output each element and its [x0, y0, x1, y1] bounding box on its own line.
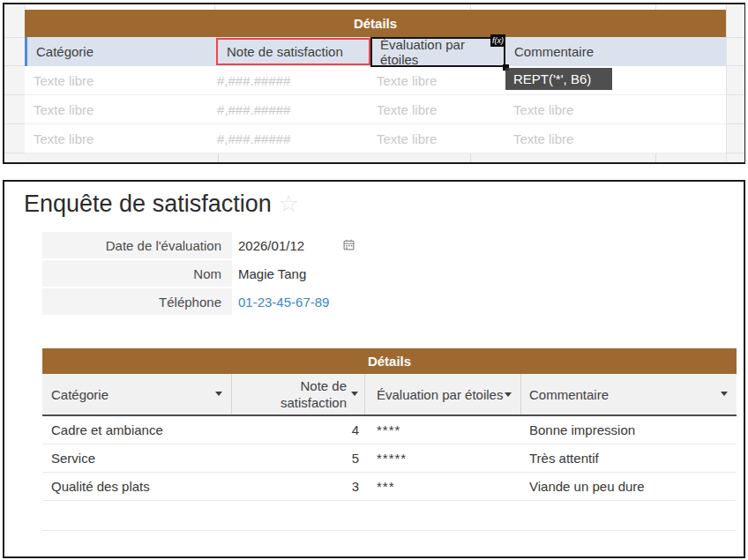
dropdown-arrow-icon[interactable]	[721, 392, 728, 396]
favorite-star-icon[interactable]: ☆	[278, 185, 299, 222]
gutter-divider	[4, 153, 25, 153]
cell-etoiles: ***	[377, 473, 395, 500]
field-label-nom: Nom	[42, 260, 232, 287]
designer-table-title: Détails	[25, 10, 726, 37]
gutter-divider	[4, 65, 25, 66]
gutter-divider	[727, 37, 744, 38]
cell-note: 4	[231, 416, 359, 444]
designer-panel: Détails Catégorie Note de satisfaction É…	[3, 3, 745, 164]
column-header-note[interactable]: Note de satisfaction	[232, 377, 347, 411]
designer-column-note-selected[interactable]: Note de satisfaction	[216, 38, 370, 65]
column-header-etoiles[interactable]: Évaluation par étoiles	[377, 374, 512, 414]
field-label-telephone: Téléphone	[42, 288, 232, 315]
grid-line	[218, 153, 219, 162]
gutter-divider	[4, 37, 25, 38]
page-title: Enquête de satisfaction	[24, 185, 272, 222]
placeholder-cell: #,###.#####	[217, 95, 290, 123]
column-divider	[364, 374, 365, 414]
cell-commentaire: Bonne impression	[529, 416, 635, 444]
designer-template-row: Texte libre #,###.##### Texte libre Text…	[25, 66, 726, 95]
nom-field-value: Magie Tang	[238, 260, 306, 287]
designer-column-categorie[interactable]: Catégorie	[36, 37, 94, 66]
column-divider	[520, 374, 521, 414]
grid-line	[655, 153, 656, 162]
designer-template-row: Texte libre #,###.##### Texte libre Text…	[25, 95, 726, 124]
column-header-commentaire[interactable]: Commentaire	[529, 374, 609, 414]
gutter-right	[726, 4, 744, 162]
column-header-categorie[interactable]: Catégorie	[51, 374, 108, 414]
gutter-divider	[727, 94, 744, 95]
formula-tooltip: REPT('*', B6)	[505, 68, 612, 90]
placeholder-cell: Texte libre	[377, 95, 437, 123]
placeholder-cell: Texte libre	[34, 124, 94, 153]
preview-table-title: Détails	[42, 348, 737, 374]
gutter-divider	[4, 94, 25, 95]
placeholder-cell: #,###.#####	[217, 66, 290, 94]
cell-categorie: Service	[51, 444, 95, 472]
active-row-indicator	[25, 37, 27, 66]
formula-icon[interactable]: f(x)	[490, 34, 505, 47]
dropdown-arrow-icon[interactable]	[505, 392, 512, 397]
field-label-date: Date de l'évaluation	[42, 232, 232, 258]
date-field-value[interactable]: 2026/01/12	[238, 232, 304, 258]
gutter-divider	[727, 153, 744, 153]
placeholder-cell: Texte libre	[513, 95, 573, 123]
table-end-divider	[42, 530, 737, 531]
table-row: Qualité des plats 3 *** Viande un peu du…	[42, 473, 737, 501]
cell-etoiles: ****	[377, 416, 400, 444]
grid-line	[470, 153, 471, 162]
table-row: Service 5 ***** Très attentif	[42, 444, 737, 473]
gutter-divider	[4, 123, 25, 124]
placeholder-cell: #,###.#####	[217, 124, 290, 153]
designer-column-etoiles-selected[interactable]: Évaluation par étoiles	[370, 37, 505, 67]
cell-etoiles: *****	[377, 444, 407, 472]
designer-column-commentaire[interactable]: Commentaire	[514, 37, 594, 66]
preview-panel: Enquête de satisfaction ☆ Date de l'éval…	[3, 180, 745, 558]
designer-column-note-label: Note de satisfaction	[227, 44, 343, 59]
gutter-divider	[727, 65, 744, 66]
dropdown-arrow-icon[interactable]	[351, 392, 358, 396]
column-header-etoiles-label: Évaluation par étoiles	[377, 387, 503, 402]
cell-commentaire: Très attentif	[529, 444, 599, 472]
cell-categorie: Cadre et ambiance	[51, 416, 163, 444]
cell-categorie: Qualité des plats	[51, 473, 150, 500]
cell-note: 5	[231, 444, 359, 472]
placeholder-cell: Texte libre	[377, 66, 437, 94]
dropdown-arrow-icon[interactable]	[215, 392, 222, 396]
cell-note: 3	[231, 473, 359, 500]
placeholder-cell: Texte libre	[34, 95, 94, 123]
placeholder-cell: Texte libre	[377, 124, 437, 153]
telephone-link[interactable]: 01-23-45-67-89	[238, 288, 329, 315]
cell-commentaire: Viande un peu dure	[529, 473, 645, 500]
calendar-icon[interactable]	[343, 239, 355, 250]
placeholder-cell: Texte libre	[34, 66, 94, 94]
next-row-partial	[25, 153, 726, 162]
placeholder-cell: Texte libre	[513, 124, 573, 153]
row-header-gutter-left	[4, 4, 26, 162]
designer-column-etoiles-label: Évaluation par étoiles	[380, 37, 504, 67]
designer-template-row: Texte libre #,###.##### Texte libre Text…	[25, 124, 726, 153]
gutter-divider	[727, 123, 744, 124]
table-row: Cadre et ambiance 4 **** Bonne impressio…	[42, 416, 737, 444]
